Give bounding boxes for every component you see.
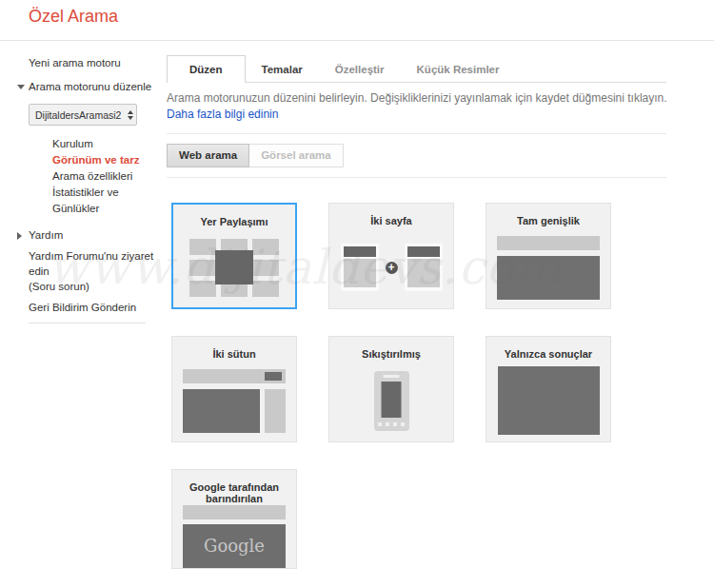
sidebar-item-help-forum[interactable]: Yardım Forumu'nu ziyaret edin <box>29 248 156 279</box>
sidebar-item-gorunum-ve-tarz[interactable]: Görünüm ve tarz <box>52 152 160 168</box>
sidebar-section-list: Kurulum Görünüm ve tarz Arama özellikler… <box>52 136 160 217</box>
section-divider <box>167 133 666 134</box>
layout-card-label: İki sütun <box>185 348 284 360</box>
two-page-layout-icon <box>341 244 443 291</box>
sidebar-item-help[interactable]: Yardım <box>17 229 162 241</box>
tab-duzen[interactable]: Düzen <box>167 55 246 83</box>
layout-card-grid: Yer Paylaşımı İki sayfa <box>171 203 666 569</box>
chevron-down-icon <box>17 81 29 89</box>
custom-search-admin-page: Özel Arama www.dijitaldevs.com Yeni aram… <box>0 0 714 588</box>
chevron-right-icon <box>17 229 29 240</box>
sidebar-item-arama-ozellikleri[interactable]: Arama özellikleri <box>52 168 160 185</box>
tab-temalar[interactable]: Temalar <box>246 56 319 83</box>
engine-select-value: DijitaldersAramasi2 <box>35 109 126 121</box>
sidebar: Yeni arama motoru Arama motorunu düzenle… <box>17 49 162 323</box>
section-divider <box>167 177 666 178</box>
layout-card-overlay[interactable]: Yer Paylaşımı <box>171 203 297 309</box>
search-type-toggle: Web arama Görsel arama <box>167 144 666 167</box>
layout-card-label: Yer Paylaşımı <box>185 216 284 227</box>
web-search-button[interactable]: Web arama <box>167 144 249 167</box>
layout-card-compact[interactable]: Sıkıştırılmış <box>328 336 454 442</box>
results-only-layout-icon <box>498 366 600 435</box>
google-logo: Google <box>183 524 286 568</box>
learn-more-link[interactable]: Daha fazla bilgi edinin <box>167 108 278 121</box>
engine-select[interactable]: DijitaldersAramasi2 <box>29 104 137 126</box>
layout-card-label: İki sayfa <box>342 215 441 226</box>
full-width-layout-icon <box>497 236 600 300</box>
sidebar-item-send-feedback[interactable]: Geri Bildirim Gönderin <box>29 302 162 313</box>
layout-card-label: Sıkıştırılmış <box>342 348 441 360</box>
layout-card-results-only[interactable]: Yalnızca sonuçlar <box>486 336 611 442</box>
sidebar-item-new-engine[interactable]: Yeni arama motoru <box>29 57 162 69</box>
select-spinner-icon <box>128 110 133 120</box>
main-content: Düzen Temalar Özelleştir Küçük Resimler … <box>167 49 666 569</box>
sidebar-item-kurulum[interactable]: Kurulum <box>52 136 160 152</box>
sidebar-item-label: Yardım <box>29 229 63 241</box>
tab-ozellestir[interactable]: Özelleştir <box>319 56 401 83</box>
layout-description: Arama motorunuzun düzenini belirleyin. D… <box>167 91 666 105</box>
google-hosted-layout-icon: Google <box>183 505 286 568</box>
overlay-layout-icon <box>189 239 279 297</box>
image-search-button[interactable]: Görsel arama <box>248 144 344 167</box>
plus-icon <box>386 262 398 274</box>
tab-bar: Düzen Temalar Özelleştir Küçük Resimler <box>167 49 666 83</box>
tab-kucuk-resimler[interactable]: Küçük Resimler <box>401 56 516 83</box>
sidebar-item-label: Arama motorunu düzenle <box>29 81 151 92</box>
layout-card-two-page[interactable]: İki sayfa <box>328 203 454 309</box>
layout-card-full-width[interactable]: Tam genişlik <box>486 203 611 309</box>
sidebar-item-istatistikler[interactable]: İstatistikler ve Günlükler <box>52 185 160 217</box>
layout-card-label: Google tarafından barındırılan <box>185 481 284 504</box>
page-title: Özel Arama <box>29 7 118 27</box>
header-divider <box>0 40 714 41</box>
sidebar-item-edit-engine[interactable]: Arama motorunu düzenle <box>17 81 162 92</box>
mobile-phone-icon <box>374 371 409 431</box>
two-column-layout-icon <box>183 369 286 433</box>
layout-card-google-hosted[interactable]: Google tarafından barındırılan Google <box>171 469 297 569</box>
sidebar-item-ask-question[interactable]: (Soru sorun) <box>29 279 162 294</box>
layout-card-label: Tam genişlik <box>499 215 598 226</box>
layout-card-label: Yalnızca sonuçlar <box>499 348 598 360</box>
sidebar-divider <box>29 323 146 323</box>
layout-card-two-column[interactable]: İki sütun <box>171 336 297 442</box>
